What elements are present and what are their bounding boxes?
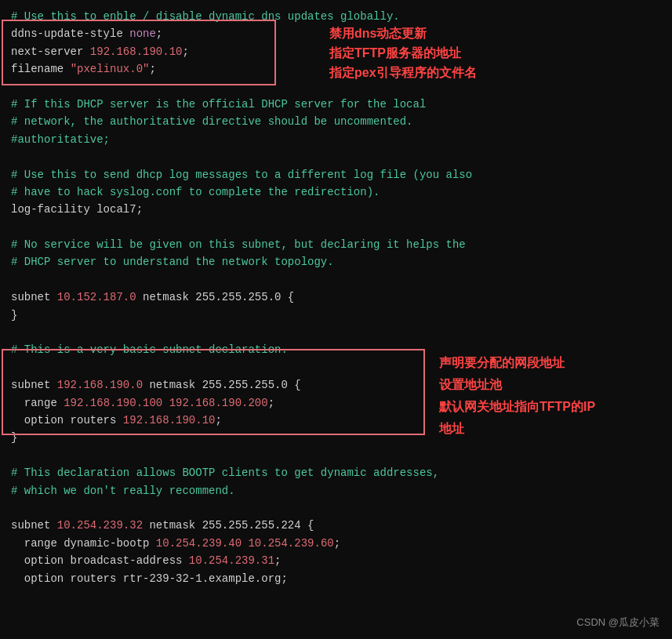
code-line: #authoritative; [11, 131, 661, 148]
code-line: } [11, 429, 661, 446]
annotation-ann2: 指定TFTP服务器的地址 [329, 43, 461, 64]
code-line: # DHCP server to understand the network … [11, 253, 661, 270]
code-line: # No service will be given on this subne… [11, 236, 661, 253]
watermark: CSDN @瓜皮小菜 [576, 615, 659, 630]
code-line: subnet 10.152.187.0 netmask 255.255.255.… [11, 289, 661, 306]
code-line: # If this DHCP server is the official DH… [11, 96, 661, 113]
code-block: # Use this to enble / disable dynamic dn… [0, 0, 672, 595]
code-line: option broadcast-address 10.254.239.31; [11, 552, 661, 569]
annotation-ann3: 指定pex引导程序的文件名 [329, 63, 477, 83]
code-line: # Use this to send dhcp log messages to … [11, 166, 661, 183]
code-line [11, 447, 661, 464]
code-line: subnet 192.168.190.0 netmask 255.255.255… [11, 376, 661, 394]
code-line: # which we don't really recommend. [11, 482, 661, 499]
code-line: # network, the authoritative directive s… [11, 113, 661, 130]
code-line [11, 148, 661, 165]
code-line: option routers rtr-239-32-1.example.org; [11, 570, 661, 587]
annotation-ann4: 声明要分配的网段地址 [439, 353, 565, 373]
code-line [11, 324, 661, 341]
code-line: range dynamic-bootp 10.254.239.40 10.254… [11, 535, 661, 552]
code-line: subnet 10.254.239.32 netmask 255.255.255… [11, 517, 661, 534]
code-line [11, 271, 661, 289]
code-line [11, 499, 661, 517]
code-line: # have to hack syslog.conf to complete t… [11, 183, 661, 201]
annotation-ann5: 设置地址池 [439, 375, 502, 395]
annotation-ann1: 禁用dns动态更新 [329, 24, 427, 44]
annotation-ann6: 默认网关地址指向TFTP的IP [439, 397, 595, 417]
annotation-ann7: 地址 [439, 419, 464, 439]
code-line: } [11, 307, 661, 324]
code-line: log-facility local7; [11, 201, 661, 218]
code-line: # This declaration allows BOOTP clients … [11, 464, 661, 481]
code-line [11, 219, 661, 236]
